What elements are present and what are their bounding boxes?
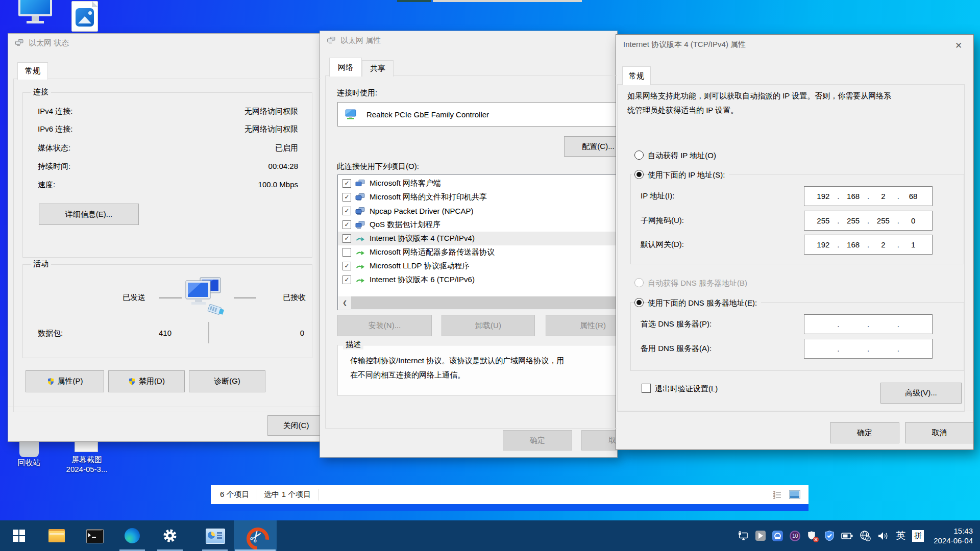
tab-page (13, 79, 321, 412)
close-icon[interactable]: ✕ (953, 40, 964, 51)
explorer-status-bar: 6 个项目 选中 1 个项目 (211, 485, 808, 504)
window-title: 以太网 属性 (340, 36, 381, 45)
image-file-icon[interactable] (71, 1, 99, 32)
ipv4-properties-window: Internet 协议版本 4 (TCP/IPv4) 属性 ✕ 常规 如果网络支… (616, 34, 974, 450)
windows-logo-icon (13, 530, 25, 542)
ethernet-status-window: 以太网 状态 常规 连接 IPv4 连接: 无网络访问权限 IPv6 连接: 无… (8, 33, 321, 442)
explorer-item-count: 6 个项目 (220, 490, 250, 499)
tab-page (617, 84, 965, 412)
close-button[interactable]: 关闭(C) (267, 415, 321, 436)
edge-browser-button[interactable] (113, 520, 151, 551)
folder-icon (48, 529, 65, 542)
system-tray: 10 英 拼 15:43 2024-06-04 (738, 520, 980, 551)
ok-button[interactable]: 确定 (503, 430, 572, 450)
divider (257, 489, 257, 500)
clock-date: 2024-06-04 (934, 536, 973, 545)
settings-button[interactable] (151, 520, 189, 551)
explorer-bottom-strip (211, 504, 808, 511)
titlebar[interactable]: 以太网 属性 (320, 31, 617, 49)
network-status-icon (15, 39, 24, 46)
ok-button[interactable]: 确定 (830, 422, 899, 443)
language-indicator[interactable]: 英 (896, 529, 905, 542)
remote-desktop-tray-icon[interactable] (738, 531, 749, 541)
command-prompt-button[interactable] (76, 520, 113, 551)
gear-icon (162, 528, 178, 543)
this-pc-icon[interactable] (18, 0, 53, 30)
tab-general[interactable]: 常规 (17, 62, 48, 80)
window-title: Internet 协议版本 4 (TCP/IPv4) 属性 (623, 40, 746, 49)
tab-sharing[interactable]: 共享 (362, 60, 394, 77)
network-properties-icon (327, 37, 336, 44)
clock-time: 15:43 (934, 526, 973, 536)
start-button[interactable] (0, 520, 38, 551)
cancel-button[interactable]: 取消 (581, 430, 618, 450)
system-window-icon (206, 529, 224, 543)
tab-page (325, 76, 618, 429)
ethernet-properties-window: 以太网 属性 网络 共享 连接时使用: Realtek PCIe GbE Fam… (320, 31, 618, 458)
win10-app-tray-icon[interactable]: 10 (790, 531, 800, 541)
taskbar: ✂ 10 (0, 520, 980, 551)
background-window-edge (397, 0, 431, 2)
security-shield-tray-icon[interactable] (824, 531, 835, 541)
divider (318, 489, 318, 500)
speaker-tray-icon[interactable] (877, 531, 889, 541)
window-title: 以太网 状态 (29, 38, 69, 48)
clock[interactable]: 15:43 2024-06-04 (934, 526, 973, 545)
file-explorer-button[interactable] (38, 520, 76, 551)
details-view-icon[interactable] (773, 491, 782, 499)
recycle-bin-label[interactable]: 回收站 (6, 458, 52, 468)
titlebar[interactable]: Internet 协议版本 4 (TCP/IPv4) 属性 (616, 35, 973, 54)
battery-tray-icon[interactable] (841, 533, 853, 539)
screenshot-tool-button[interactable]: ✂ (234, 520, 277, 551)
background-window-edge (433, 0, 582, 2)
thumbnail-view-icon[interactable] (789, 490, 800, 499)
recorder-app-tray-icon[interactable] (772, 531, 783, 541)
tab-general[interactable]: 常规 (622, 66, 651, 85)
screenshot-file-label[interactable]: 屏幕截图 2024-05-3... (56, 455, 117, 473)
desktop: 回收站 屏幕截图 2024-05-3... 6 个项目 选中 1 个项目 (0, 0, 980, 551)
terminal-icon (86, 529, 103, 542)
tab-network[interactable]: 网络 (329, 58, 362, 77)
edge-icon (125, 528, 140, 543)
remote-app-tray-icon[interactable] (755, 531, 766, 541)
network-no-internet-tray-icon[interactable] (860, 530, 871, 541)
titlebar[interactable]: 以太网 状态 (8, 34, 321, 52)
ime-indicator[interactable]: 拼 (912, 530, 924, 542)
scissors-icon: ✂ (246, 527, 265, 545)
cancel-button[interactable]: 取消 (905, 422, 974, 443)
control-panel-button[interactable] (196, 520, 234, 551)
defender-alert-tray-icon[interactable] (807, 531, 818, 541)
explorer-selected-count: 选中 1 个项目 (264, 490, 311, 499)
